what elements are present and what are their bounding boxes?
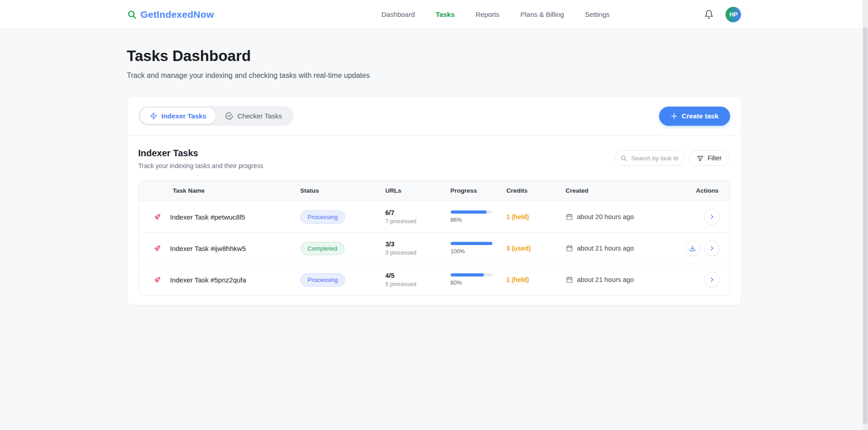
check-circle-icon xyxy=(225,112,233,120)
scrollbar-thumb[interactable] xyxy=(863,27,868,425)
col-created: Created xyxy=(566,187,674,194)
funnel-icon xyxy=(697,155,704,162)
card-header: Indexer Tasks Checker Tasks xyxy=(127,97,741,136)
section-subtitle: Track your indexing tasks and their prog… xyxy=(138,162,264,169)
col-progress: Progress xyxy=(451,187,507,194)
topbar: GetIndexedNow Dashboard Tasks Reports Pl… xyxy=(0,0,868,29)
col-actions: Actions xyxy=(696,187,730,194)
col-urls: URLs xyxy=(386,187,451,194)
tab-indexer-label: Indexer Tasks xyxy=(162,112,207,120)
progress-bar xyxy=(451,242,492,245)
chevron-right-icon xyxy=(709,214,715,220)
col-task-name: Task Name xyxy=(139,187,300,194)
view-task-button[interactable] xyxy=(704,272,720,287)
urls-ratio: 6/7 xyxy=(386,209,451,216)
nav-item-plans-billing[interactable]: Plans & Billing xyxy=(520,10,564,18)
status-badge: Processing xyxy=(300,210,345,224)
table-header-row: Task Name Status URLs Progress Credits C… xyxy=(139,180,730,201)
calendar-icon xyxy=(566,245,573,252)
tab-checker-label: Checker Tasks xyxy=(237,112,282,120)
plus-icon xyxy=(670,113,678,120)
tasks-card: Indexer Tasks Checker Tasks xyxy=(127,96,741,306)
filter-button[interactable]: Filter xyxy=(689,150,730,166)
status-badge: Completed xyxy=(300,242,345,255)
created-time: about 20 hours ago xyxy=(577,213,634,220)
credits-value: 1 (held) xyxy=(507,213,529,220)
avatar[interactable]: HP xyxy=(726,7,741,22)
view-task-button[interactable] xyxy=(704,209,720,225)
progress-label: 86% xyxy=(451,217,507,223)
chevron-right-icon xyxy=(709,245,715,251)
scrollbar[interactable] xyxy=(863,0,868,430)
rocket-icon xyxy=(152,212,162,222)
main-nav: Dashboard Tasks Reports Plans & Billing … xyxy=(381,10,609,18)
search-icon xyxy=(620,155,627,162)
search-box xyxy=(615,150,684,166)
nav-item-settings[interactable]: Settings xyxy=(585,10,609,18)
rocket-icon xyxy=(152,244,162,253)
section-title: Indexer Tasks xyxy=(138,148,264,159)
status-badge: Processing xyxy=(300,273,345,287)
calendar-icon xyxy=(566,276,573,283)
bolt-icon xyxy=(150,112,157,120)
progress-label: 100% xyxy=(451,248,507,255)
page-subtitle: Track and manage your indexing and check… xyxy=(127,72,741,80)
create-task-label: Create task xyxy=(682,112,719,120)
calendar-icon xyxy=(566,213,573,220)
create-task-button[interactable]: Create task xyxy=(659,107,730,126)
urls-processed: 3 processed xyxy=(386,250,451,256)
table-row[interactable]: Indexer Task #5pnz2qufa Processing 4/5 5… xyxy=(139,264,730,295)
urls-processed: 5 processed xyxy=(386,281,451,287)
task-name: Indexer Task #ijw8hhkw5 xyxy=(170,245,246,252)
search-icon xyxy=(127,10,137,20)
urls-ratio: 4/5 xyxy=(386,272,451,279)
card-body: Indexer Tasks Track your indexing tasks … xyxy=(127,136,741,305)
bell-icon[interactable] xyxy=(704,10,714,19)
download-report-button[interactable] xyxy=(685,241,700,256)
progress-bar xyxy=(451,273,492,276)
credits-value: 3 (used) xyxy=(507,245,531,252)
brand-logo[interactable]: GetIndexedNow xyxy=(127,9,214,20)
main-content: Tasks Dashboard Track and manage your in… xyxy=(127,47,741,306)
brand-name: GetIndexedNow xyxy=(141,9,214,20)
nav-item-reports[interactable]: Reports xyxy=(476,10,500,18)
task-type-tabs: Indexer Tasks Checker Tasks xyxy=(138,106,294,126)
tasks-table: Task Name Status URLs Progress Credits C… xyxy=(138,180,730,296)
task-name: Indexer Task #petwuc8l5 xyxy=(170,213,245,221)
urls-processed: 7 processed xyxy=(386,218,451,225)
created-time: about 21 hours ago xyxy=(577,276,634,283)
table-row[interactable]: Indexer Task #petwuc8l5 Processing 6/7 7… xyxy=(139,201,730,232)
nav-item-tasks[interactable]: Tasks xyxy=(436,10,454,18)
avatar-initials: HP xyxy=(729,11,737,18)
view-task-button[interactable] xyxy=(704,241,720,256)
tab-checker-tasks[interactable]: Checker Tasks xyxy=(216,108,291,124)
filter-label: Filter xyxy=(707,154,721,162)
tab-indexer-tasks[interactable]: Indexer Tasks xyxy=(140,108,216,124)
download-icon xyxy=(689,245,696,252)
col-status: Status xyxy=(300,187,386,194)
col-credits: Credits xyxy=(507,187,566,194)
chevron-right-icon xyxy=(709,276,715,283)
urls-ratio: 3/3 xyxy=(386,241,451,248)
credits-value: 1 (held) xyxy=(507,276,529,283)
task-name: Indexer Task #5pnz2qufa xyxy=(170,276,246,284)
rocket-icon xyxy=(152,275,162,285)
progress-bar xyxy=(451,210,492,214)
page-title: Tasks Dashboard xyxy=(127,47,741,65)
table-row[interactable]: Indexer Task #ijw8hhkw5 Completed 3/3 3 … xyxy=(139,232,730,264)
progress-label: 80% xyxy=(451,280,507,286)
nav-item-dashboard[interactable]: Dashboard xyxy=(381,10,415,18)
created-time: about 21 hours ago xyxy=(577,245,634,252)
